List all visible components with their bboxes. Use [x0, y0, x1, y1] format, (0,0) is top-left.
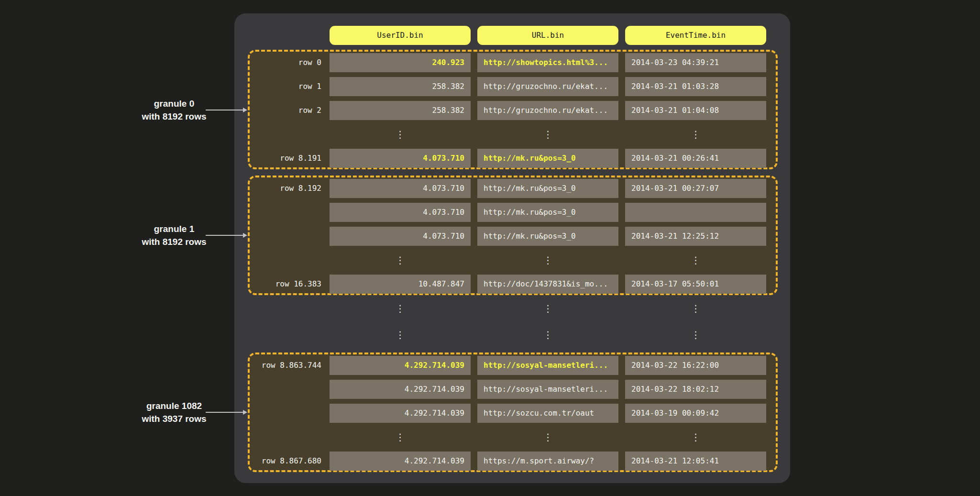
ellipsis-row: ⋮ ⋮ ⋮ — [250, 125, 776, 144]
row-label: row 0 — [250, 53, 321, 72]
granule-name: granule 1 — [117, 222, 231, 235]
row-label: row 8.867.680 — [250, 452, 321, 471]
eventtime-cell: 2014-03-21 01:03:28 — [625, 77, 766, 96]
ellipsis-row: ⋮ ⋮ ⋮ — [250, 251, 776, 270]
url-cell: http://doc/1437831&is_mo... — [477, 275, 618, 294]
row-label — [250, 404, 321, 423]
url-cell: https://m.sport.airway/? — [477, 452, 618, 471]
ellipsis: ⋮ — [477, 251, 618, 270]
row-label: row 16.383 — [250, 275, 321, 294]
url-cell: http://mk.ru&pos=3_0 — [477, 149, 618, 168]
eventtime-cell: 2014-03-23 04:39:21 — [625, 53, 766, 72]
userid-cell: 4.292.714.039 — [330, 404, 471, 423]
row-label: row 8.191 — [250, 149, 321, 168]
clickhouse-granules-diagram: UserID.bin URL.bin EventTime.bin row 0 2… — [0, 0, 980, 496]
granule-1-arrow-icon — [206, 235, 243, 236]
table-row: row 1 258.382 http://gruzochno.ru/ekat..… — [250, 77, 776, 96]
table-row: row 8.191 4.073.710 http://mk.ru&pos=3_0… — [250, 149, 776, 168]
table-row: row 8.867.680 4.292.714.039 https://m.sp… — [250, 452, 776, 471]
column-header-userid: UserID.bin — [330, 26, 471, 45]
row-label: row 1 — [250, 77, 321, 96]
eventtime-cell: 2014-03-21 00:27:07 — [625, 179, 766, 198]
userid-cell: 10.487.847 — [330, 275, 471, 294]
ellipsis: ⋮ — [625, 125, 766, 144]
granule-row-count: with 8192 rows — [117, 110, 231, 123]
eventtime-cell: 2014-03-21 12:25:12 — [625, 227, 766, 246]
url-cell: http://sosyal-mansetleri... — [477, 356, 618, 375]
ellipsis: ⋮ — [625, 325, 766, 344]
table-row: 4.073.710 http://mk.ru&pos=3_0 2014-03-2… — [250, 227, 776, 246]
granule-1082-box: row 8.863.744 4.292.714.039 http://sosya… — [248, 353, 778, 472]
granule-row-count: with 8192 rows — [117, 235, 231, 248]
granule-0-arrow-icon — [206, 110, 243, 110]
userid-cell: 4.073.710 — [330, 227, 471, 246]
eventtime-cell: 2014-03-22 18:02:12 — [625, 380, 766, 399]
userid-cell: 4.292.714.039 — [330, 380, 471, 399]
eventtime-cell: 2014-03-21 00:26:41 — [625, 149, 766, 168]
eventtime-cell: 2014-03-21 01:04:08 — [625, 101, 766, 120]
ellipsis: ⋮ — [625, 251, 766, 270]
ellipsis: ⋮ — [330, 325, 471, 344]
table-row: 4.292.714.039 http://sosyal-mansetleri..… — [250, 380, 776, 399]
granule-name: granule 0 — [117, 97, 231, 110]
userid-cell: 258.382 — [330, 77, 471, 96]
ellipsis-row: ⋮ ⋮ ⋮ — [250, 428, 776, 447]
row-label: row 8.192 — [250, 179, 321, 198]
url-cell: http://mk.ru&pos=3_0 — [477, 203, 618, 222]
row-label: row 2 — [250, 101, 321, 120]
granule-row-count: with 3937 rows — [117, 412, 231, 425]
ellipsis-row: ⋮ ⋮ ⋮ — [0, 299, 980, 318]
ellipsis: ⋮ — [330, 299, 471, 318]
ellipsis: ⋮ — [477, 428, 618, 447]
userid-cell: 240.923 — [330, 53, 471, 72]
userid-cell: 4.292.714.039 — [330, 356, 471, 375]
column-header-url: URL.bin — [477, 26, 618, 45]
url-cell: http://sozcu.com.tr/oaut — [477, 404, 618, 423]
table-row: 4.073.710 http://mk.ru&pos=3_0 — [250, 203, 776, 222]
table-row: row 8.863.744 4.292.714.039 http://sosya… — [250, 356, 776, 375]
table-row: 4.292.714.039 http://sozcu.com.tr/oaut 2… — [250, 404, 776, 423]
eventtime-cell: 2014-03-19 00:09:42 — [625, 404, 766, 423]
table-row: row 8.192 4.073.710 http://mk.ru&pos=3_0… — [250, 179, 776, 198]
ellipsis: ⋮ — [330, 251, 471, 270]
url-cell: http://gruzochno.ru/ekat... — [477, 77, 618, 96]
ellipsis: ⋮ — [477, 299, 618, 318]
table-row: row 16.383 10.487.847 http://doc/1437831… — [250, 275, 776, 294]
ellipsis: ⋮ — [477, 325, 618, 344]
url-cell: http://showtopics.html%3... — [477, 53, 618, 72]
ellipsis: ⋮ — [330, 428, 471, 447]
eventtime-cell: 2014-03-21 12:05:41 — [625, 452, 766, 471]
granule-1-box: row 8.192 4.073.710 http://mk.ru&pos=3_0… — [248, 176, 778, 295]
ellipsis-row: ⋮ ⋮ ⋮ — [0, 325, 980, 344]
ellipsis: ⋮ — [330, 125, 471, 144]
url-cell: http://gruzochno.ru/ekat... — [477, 101, 618, 120]
ellipsis: ⋮ — [625, 299, 766, 318]
userid-cell: 4.292.714.039 — [330, 452, 471, 471]
url-cell: http://sosyal-mansetleri... — [477, 380, 618, 399]
eventtime-cell: 2014-03-22 16:22:00 — [625, 356, 766, 375]
userid-cell: 4.073.710 — [330, 149, 471, 168]
row-label: row 8.863.744 — [250, 356, 321, 375]
url-cell: http://mk.ru&pos=3_0 — [477, 227, 618, 246]
table-row: row 2 258.382 http://gruzochno.ru/ekat..… — [250, 101, 776, 120]
row-label — [250, 227, 321, 246]
granule-1082-arrow-icon — [206, 412, 243, 413]
row-label — [250, 203, 321, 222]
url-cell: http://mk.ru&pos=3_0 — [477, 179, 618, 198]
userid-cell: 4.073.710 — [330, 203, 471, 222]
granule-name: granule 1082 — [117, 399, 231, 412]
eventtime-cell-empty — [625, 203, 766, 222]
table-row: row 0 240.923 http://showtopics.html%3..… — [250, 53, 776, 72]
ellipsis: ⋮ — [477, 125, 618, 144]
eventtime-cell: 2014-03-17 05:50:01 — [625, 275, 766, 294]
userid-cell: 4.073.710 — [330, 179, 471, 198]
ellipsis: ⋮ — [625, 428, 766, 447]
userid-cell: 258.382 — [330, 101, 471, 120]
row-label — [250, 380, 321, 399]
granule-0-box: row 0 240.923 http://showtopics.html%3..… — [248, 50, 778, 169]
column-header-eventtime: EventTime.bin — [625, 26, 766, 45]
